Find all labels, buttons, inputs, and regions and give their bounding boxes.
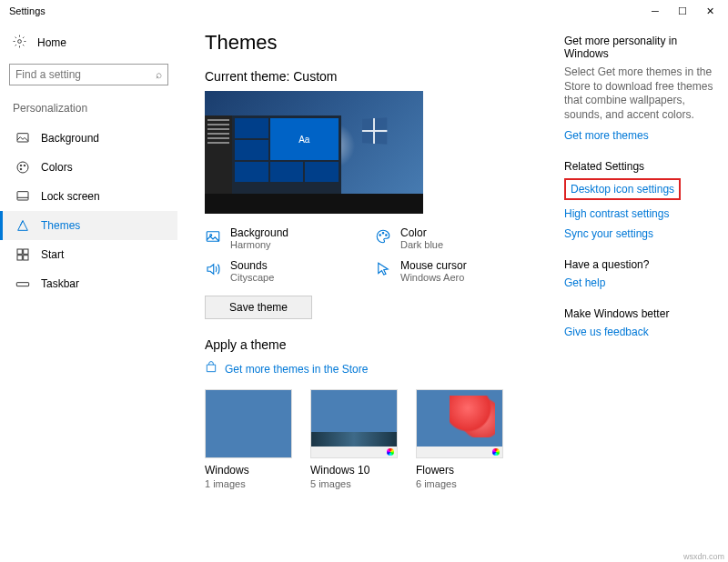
- setting-value: Windows Aero: [400, 272, 467, 283]
- sidebar-item-start[interactable]: Start: [0, 240, 177, 269]
- page-title: Themes: [205, 31, 546, 55]
- titlebar: Settings ─ ☐ ✕: [0, 0, 728, 22]
- sync-settings-link[interactable]: Sync your settings: [564, 227, 715, 240]
- theme-subtitle: 6 images: [416, 478, 503, 489]
- sidebar-item-label: Background: [41, 132, 99, 145]
- sidebar-item-background[interactable]: Background: [0, 124, 177, 153]
- setting-value: Dark blue: [400, 239, 443, 250]
- svg-point-0: [18, 40, 22, 44]
- cursor-icon: [375, 261, 391, 277]
- svg-rect-8: [17, 249, 22, 254]
- high-contrast-link[interactable]: High contrast settings: [564, 207, 715, 220]
- sound-icon: [205, 261, 221, 277]
- personality-heading: Get more personality in Windows: [564, 35, 715, 60]
- store-link[interactable]: Get more themes in the Store: [205, 361, 546, 376]
- personality-text: Select Get more themes in the Store to d…: [564, 65, 715, 122]
- image-icon: [15, 131, 30, 146]
- minimize-button[interactable]: ─: [642, 1, 669, 21]
- window-controls: ─ ☐ ✕: [642, 1, 723, 21]
- setting-sounds[interactable]: Sounds Cityscape: [205, 259, 362, 283]
- right-pane: Get more personality in Windows Select G…: [564, 22, 728, 562]
- sidebar-item-themes[interactable]: Themes: [0, 211, 177, 240]
- svg-point-2: [17, 162, 28, 173]
- apply-theme-heading: Apply a theme: [205, 337, 546, 352]
- related-settings-heading: Related Settings: [564, 160, 715, 173]
- theme-preview[interactable]: Aa: [205, 91, 423, 214]
- better-heading: Make Windows better: [564, 307, 715, 320]
- home-label: Home: [37, 36, 66, 49]
- theme-subtitle: 5 images: [310, 478, 398, 489]
- svg-point-4: [24, 165, 25, 166]
- theme-subtitle: 1 images: [205, 478, 292, 489]
- theme-thumbnail: [416, 389, 503, 458]
- svg-point-15: [379, 235, 381, 236]
- close-button[interactable]: ✕: [696, 1, 723, 21]
- section-label: Personalization: [0, 96, 177, 120]
- theme-thumbnail: [205, 389, 292, 458]
- setting-cursor[interactable]: Mouse cursor Windows Aero: [375, 259, 532, 283]
- sidebar-item-label: Lock screen: [41, 190, 100, 203]
- svg-point-5: [20, 168, 22, 170]
- sidebar: Home ⌕ Personalization Background Colors…: [0, 22, 177, 562]
- desktop-icon-settings-link[interactable]: Desktop icon settings: [571, 183, 674, 196]
- svg-point-14: [210, 235, 212, 236]
- setting-background[interactable]: Background Harmony: [205, 226, 362, 250]
- home-nav[interactable]: Home: [0, 29, 177, 56]
- sidebar-item-label: Themes: [41, 219, 80, 232]
- setting-label: Mouse cursor: [400, 259, 467, 272]
- store-link-label: Get more themes in the Store: [225, 363, 368, 376]
- svg-rect-12: [16, 283, 28, 286]
- start-icon: [15, 247, 30, 262]
- theme-card-windows[interactable]: Windows 1 images: [205, 389, 292, 489]
- theme-name: Windows: [205, 464, 292, 477]
- svg-point-17: [386, 235, 388, 236]
- save-theme-button[interactable]: Save theme: [205, 296, 312, 319]
- palette-icon: [375, 228, 391, 245]
- search-box[interactable]: ⌕: [9, 64, 168, 85]
- main-content: Themes Current theme: Custom Aa Backgrou…: [177, 22, 564, 562]
- sidebar-item-label: Taskbar: [41, 277, 79, 290]
- sidebar-item-colors[interactable]: Colors: [0, 153, 177, 182]
- svg-rect-11: [24, 256, 28, 260]
- get-help-link[interactable]: Get help: [564, 276, 715, 289]
- get-more-themes-link[interactable]: Get more themes: [564, 129, 715, 142]
- sidebar-item-lockscreen[interactable]: Lock screen: [0, 182, 177, 211]
- sidebar-item-label: Start: [41, 248, 64, 261]
- feedback-link[interactable]: Give us feedback: [564, 326, 715, 338]
- sidebar-item-label: Colors: [41, 161, 73, 174]
- theme-card-windows10[interactable]: Windows 10 5 images: [310, 389, 398, 489]
- setting-label: Sounds: [230, 259, 274, 272]
- setting-value: Cityscape: [230, 272, 274, 283]
- taskbar-icon: [15, 276, 30, 291]
- sidebar-item-taskbar[interactable]: Taskbar: [0, 269, 177, 298]
- theme-name: Flowers: [416, 464, 503, 477]
- svg-point-3: [20, 165, 22, 166]
- svg-rect-10: [17, 256, 22, 260]
- svg-point-16: [382, 233, 384, 235]
- gear-icon: [13, 35, 26, 51]
- maximize-button[interactable]: ☐: [669, 1, 696, 21]
- highlight-annotation: Desktop icon settings: [564, 178, 681, 200]
- theme-thumbnail: [310, 389, 398, 458]
- question-heading: Have a question?: [564, 258, 715, 271]
- setting-label: Background: [230, 226, 288, 239]
- search-icon: ⌕: [156, 68, 162, 81]
- search-input[interactable]: [15, 68, 156, 81]
- themes-icon: [15, 218, 30, 233]
- image-icon: [205, 228, 221, 245]
- setting-color[interactable]: Color Dark blue: [375, 226, 532, 250]
- watermark: wsxdn.com: [683, 552, 724, 561]
- svg-rect-1: [17, 134, 28, 142]
- current-theme-heading: Current theme: Custom: [205, 69, 546, 84]
- svg-rect-9: [24, 249, 28, 254]
- store-icon: [205, 361, 217, 376]
- svg-rect-6: [17, 192, 28, 200]
- theme-name: Windows 10: [310, 464, 398, 477]
- lockscreen-icon: [15, 189, 30, 204]
- theme-card-flowers[interactable]: Flowers 6 images: [416, 389, 503, 489]
- setting-value: Harmony: [230, 239, 288, 250]
- setting-label: Color: [400, 226, 443, 239]
- window-title: Settings: [5, 5, 642, 16]
- palette-icon: [15, 160, 30, 175]
